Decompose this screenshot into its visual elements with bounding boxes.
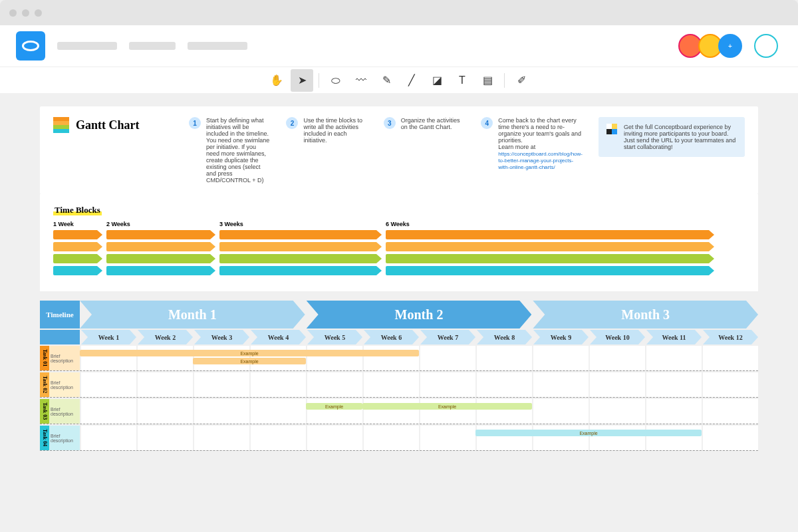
week-cell[interactable] xyxy=(251,372,306,397)
text-icon[interactable]: T xyxy=(451,69,473,92)
gantt-bar[interactable]: Example xyxy=(306,403,362,410)
time-block-segment[interactable] xyxy=(386,242,714,251)
week-cell[interactable] xyxy=(703,426,758,450)
time-block-segment[interactable] xyxy=(219,230,382,239)
brush-icon[interactable]: 〰 xyxy=(350,69,372,92)
step-1: 1Start by defining what initiatives will… xyxy=(189,117,270,184)
time-block-segment[interactable] xyxy=(106,230,215,239)
week-cell[interactable] xyxy=(81,426,136,450)
rainbow-icon xyxy=(53,117,69,133)
current-user-avatar[interactable] xyxy=(754,34,778,58)
week-cell[interactable] xyxy=(590,399,645,424)
time-block-row[interactable] xyxy=(53,254,745,263)
app-logo-icon[interactable] xyxy=(16,31,45,61)
week-cell[interactable] xyxy=(138,426,193,450)
week-cell[interactable] xyxy=(477,372,532,397)
task-cells xyxy=(80,372,758,397)
board-canvas[interactable]: Gantt Chart 1Start by defining what init… xyxy=(0,93,798,464)
add-user-icon[interactable]: + xyxy=(718,34,742,58)
step-3: 3Organize the activities on the Gantt Ch… xyxy=(384,117,465,130)
week-cell[interactable] xyxy=(590,346,645,370)
line-icon[interactable]: ╱ xyxy=(400,69,423,92)
week-cell[interactable] xyxy=(251,399,306,424)
task-cells: ExampleExample xyxy=(80,399,758,424)
task-description[interactable]: Brief description xyxy=(49,346,80,370)
week-cell[interactable] xyxy=(81,399,136,424)
step-4: 4Come back to the chart every time there… xyxy=(481,117,583,170)
breadcrumb-placeholder xyxy=(57,42,117,50)
time-block-segment[interactable] xyxy=(53,254,102,263)
week-cell[interactable] xyxy=(307,426,362,450)
time-block-segment[interactable] xyxy=(106,266,215,275)
week-cell[interactable] xyxy=(251,426,306,450)
week-cell[interactable] xyxy=(477,346,532,370)
time-block-row[interactable] xyxy=(53,230,745,239)
week-cell[interactable] xyxy=(646,399,702,424)
week-cell[interactable] xyxy=(533,346,589,370)
shape-icon[interactable]: ◪ xyxy=(426,69,448,92)
tool-toolbar: ✋ ➤ ⬭ 〰 ✎ ╱ ◪ T ▤ ✐ xyxy=(0,66,798,93)
comment-icon[interactable]: ✐ xyxy=(510,69,533,92)
time-block-segment[interactable] xyxy=(106,242,215,251)
week-cell[interactable] xyxy=(703,399,758,424)
time-block-row[interactable] xyxy=(53,242,745,251)
time-block-segment[interactable] xyxy=(53,230,102,239)
time-block-segment[interactable] xyxy=(53,266,102,275)
week-cell[interactable] xyxy=(138,399,193,424)
time-block-segment[interactable] xyxy=(106,254,215,263)
week-cell[interactable] xyxy=(364,372,419,397)
gantt-bar[interactable]: Example xyxy=(475,430,702,436)
week-cell[interactable] xyxy=(138,372,193,397)
week-cell[interactable] xyxy=(81,372,136,397)
time-block-segment[interactable] xyxy=(386,266,714,275)
gantt-bar[interactable]: Example xyxy=(193,358,306,364)
week-cell[interactable] xyxy=(646,346,702,370)
time-block-segment[interactable] xyxy=(219,242,382,251)
task-tab[interactable]: Task 02 xyxy=(40,372,49,397)
week-cell[interactable] xyxy=(194,426,249,450)
task-description[interactable]: Brief description xyxy=(49,399,80,424)
task-tab[interactable]: Task 01 xyxy=(40,346,49,370)
week-cell[interactable] xyxy=(364,426,419,450)
time-block-segment[interactable] xyxy=(219,266,382,275)
week-cell[interactable] xyxy=(533,372,589,397)
week-cell[interactable] xyxy=(420,372,475,397)
week-cell[interactable] xyxy=(533,399,589,424)
gantt-bar[interactable]: Example xyxy=(80,350,419,356)
app-header: + xyxy=(0,25,798,66)
week-cell[interactable] xyxy=(420,426,475,450)
sticky-note-icon[interactable]: ▤ xyxy=(476,69,499,92)
pan-hand-icon[interactable]: ✋ xyxy=(265,69,288,92)
week-cell[interactable] xyxy=(646,372,702,397)
breadcrumb-placeholder xyxy=(188,42,247,50)
week-cell[interactable] xyxy=(194,372,249,397)
task-tab[interactable]: Task 03 xyxy=(40,399,49,424)
week-cell[interactable] xyxy=(590,372,645,397)
window-dot[interactable] xyxy=(22,9,29,17)
task-row: Task 04Brief descriptionExample xyxy=(40,426,758,451)
task-description[interactable]: Brief description xyxy=(49,426,80,450)
time-block-segment[interactable] xyxy=(219,254,382,263)
highlighter-icon[interactable]: ✎ xyxy=(375,69,398,92)
week-cell[interactable] xyxy=(703,372,758,397)
week-cell[interactable] xyxy=(307,372,362,397)
cursor-icon[interactable]: ➤ xyxy=(291,69,313,92)
window-dot[interactable] xyxy=(9,9,17,17)
task-tab[interactable]: Task 04 xyxy=(40,426,49,450)
task-description[interactable]: Brief description xyxy=(49,372,80,397)
gantt-bar[interactable]: Example xyxy=(362,403,532,410)
conceptboard-mini-icon xyxy=(606,124,617,134)
weeks-spacer xyxy=(40,330,80,344)
week-cell[interactable] xyxy=(194,399,249,424)
time-block-segment[interactable] xyxy=(386,254,714,263)
learn-more-link[interactable]: https://conceptboard.com/blog/how-to-bet… xyxy=(498,151,583,170)
eraser-icon[interactable]: ⬭ xyxy=(325,69,347,92)
time-block-row[interactable] xyxy=(53,266,745,275)
window-dot[interactable] xyxy=(35,9,42,17)
time-block-segment[interactable] xyxy=(53,242,102,251)
week-header: Week 6 xyxy=(364,330,419,344)
week-cell[interactable] xyxy=(703,346,758,370)
time-block-segment[interactable] xyxy=(386,230,714,239)
week-cell[interactable] xyxy=(420,346,475,370)
collaborator-avatars[interactable]: + xyxy=(682,34,742,58)
